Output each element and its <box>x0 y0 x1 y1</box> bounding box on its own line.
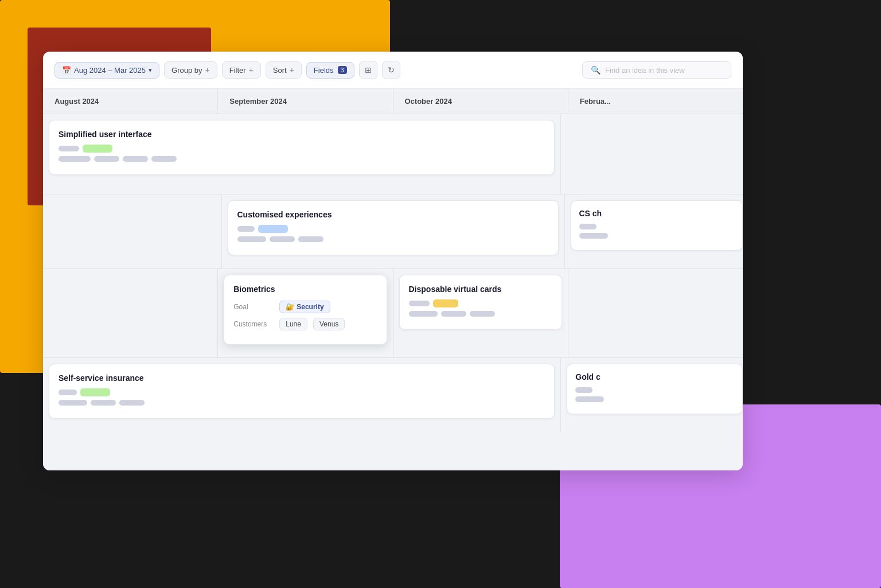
security-tag: 🔐 Security <box>279 301 330 313</box>
disposable-cards-title: Disposable virtual cards <box>409 285 552 294</box>
gold-row1 <box>575 387 734 393</box>
main-app-window: 📅 Aug 2024 – Mar 2025 ▾ Group by + Filte… <box>43 52 743 470</box>
pill-gray-7 <box>237 236 266 242</box>
customers-label: Customers <box>233 320 274 328</box>
biometrics-customers-row: Customers Lune Venus <box>233 318 377 330</box>
search-placeholder-text: Find an idea in this view <box>605 66 685 75</box>
col-header-aug2024: August 2024 <box>43 89 218 114</box>
filter-label: Filter <box>229 66 246 75</box>
cs-ch-row2 <box>579 233 735 239</box>
pill-gray-10 <box>579 224 597 229</box>
row2-col1 <box>43 194 222 268</box>
col-header-feb2025: Februa... <box>568 89 743 114</box>
row1-col1: Simplified user interface <box>43 114 561 194</box>
self-service-card[interactable]: Self-service insurance <box>49 364 555 419</box>
customised-exp-row2 <box>237 236 549 242</box>
pill-gray-15 <box>470 311 495 317</box>
self-service-row1 <box>59 388 545 396</box>
customised-exp-title: Customised experiences <box>237 210 549 219</box>
col-header-oct2024: October 2024 <box>393 89 568 114</box>
timeline-body: Simplified user interface <box>43 114 743 470</box>
row2-col4: CS ch <box>565 194 743 268</box>
cs-ch-row1 <box>579 224 735 229</box>
filter-plus-icon: + <box>249 65 254 75</box>
pill-gray-5 <box>151 156 177 162</box>
row4-col1: Self-service insurance <box>43 358 561 433</box>
pill-gray-8 <box>270 236 295 242</box>
timeline-row-3: Biometrics Goal 🔐 Security Customers Lun… <box>43 269 743 358</box>
pill-gray-3 <box>94 156 119 162</box>
cs-ch-card[interactable]: CS ch <box>571 200 743 251</box>
biometrics-card[interactable]: Biometrics Goal 🔐 Security Customers Lun… <box>224 275 387 345</box>
calendar-icon: 📅 <box>62 66 71 75</box>
gold-card[interactable]: Gold c <box>567 364 743 414</box>
refresh-icon: ↻ <box>388 65 395 75</box>
sort-label: Sort <box>273 66 287 75</box>
search-icon: 🔍 <box>591 65 601 75</box>
search-box[interactable]: 🔍 Find an idea in this view <box>582 61 731 79</box>
row1-col4 <box>561 114 743 194</box>
fields-label: Fields <box>314 66 334 75</box>
date-range-button[interactable]: 📅 Aug 2024 – Mar 2025 ▾ <box>54 62 159 79</box>
pill-gray-12 <box>409 301 430 306</box>
fields-button[interactable]: Fields 3 <box>306 62 354 79</box>
timeline-row-4: Self-service insurance Gold c <box>43 358 743 433</box>
timeline-header: August 2024 September 2024 October 2024 … <box>43 89 743 114</box>
cs-ch-title: CS ch <box>579 209 735 218</box>
pill-gray-14 <box>441 311 466 317</box>
simplified-ui-card[interactable]: Simplified user interface <box>49 120 555 175</box>
biometrics-title: Biometrics <box>233 285 377 294</box>
timeline-row-2: Customised experiences CS ch <box>43 194 743 269</box>
customised-exp-row1 <box>237 225 549 233</box>
fields-count-badge: 3 <box>338 66 347 74</box>
row2-col2-3: Customised experiences <box>222 194 565 268</box>
row3-col4 <box>568 269 743 357</box>
lune-tag: Lune <box>279 318 307 330</box>
pill-gray-4 <box>123 156 148 162</box>
gold-row2 <box>575 396 734 402</box>
pill-yellow-1 <box>433 299 458 307</box>
simplified-ui-row2 <box>59 156 545 162</box>
pill-green-2 <box>80 388 110 396</box>
toolbar: 📅 Aug 2024 – Mar 2025 ▾ Group by + Filte… <box>43 52 743 89</box>
pill-gray-16 <box>59 390 77 395</box>
row4-col4: Gold c <box>561 358 743 433</box>
display-icon: ⊞ <box>365 65 372 75</box>
customised-exp-card[interactable]: Customised experiences <box>228 200 559 255</box>
disposable-cards-card[interactable]: Disposable virtual cards <box>399 275 562 330</box>
pill-gray-9 <box>298 236 323 242</box>
simplified-ui-title: Simplified user interface <box>59 130 545 139</box>
pill-gray-17 <box>59 400 87 406</box>
self-service-row2 <box>59 400 545 406</box>
pill-gray-13 <box>409 311 438 317</box>
security-tag-text: Security <box>297 303 323 311</box>
group-by-button[interactable]: Group by + <box>164 61 217 79</box>
filter-button[interactable]: Filter + <box>222 61 261 79</box>
self-service-title: Self-service insurance <box>59 373 545 383</box>
disposable-row2 <box>409 311 552 317</box>
row3-col1 <box>43 269 218 357</box>
refresh-button[interactable]: ↻ <box>382 61 400 79</box>
goal-label: Goal <box>233 303 274 311</box>
biometrics-goal-row: Goal 🔐 Security <box>233 301 377 313</box>
pill-gray-19 <box>119 400 145 406</box>
col-header-sep2024: September 2024 <box>218 89 393 114</box>
pill-gray-1 <box>59 146 79 151</box>
chevron-down-icon: ▾ <box>149 67 152 74</box>
sort-button[interactable]: Sort + <box>266 61 302 79</box>
group-by-plus-icon: + <box>205 65 210 75</box>
pill-green-1 <box>83 145 112 153</box>
simplified-ui-row1 <box>59 145 545 153</box>
row3-col3: Disposable virtual cards <box>393 269 568 357</box>
pill-gray-18 <box>91 400 116 406</box>
display-settings-button[interactable]: ⊞ <box>359 61 377 79</box>
venus-tag: Venus <box>313 318 345 330</box>
pill-gray-11 <box>579 233 608 239</box>
pill-gray-2 <box>59 156 91 162</box>
pill-blue-1 <box>258 225 288 233</box>
lock-icon: 🔐 <box>286 303 294 311</box>
group-by-label: Group by <box>171 66 202 75</box>
pill-gray-21 <box>575 396 604 402</box>
pill-gray-20 <box>575 387 592 393</box>
timeline-row-1: Simplified user interface <box>43 114 743 194</box>
